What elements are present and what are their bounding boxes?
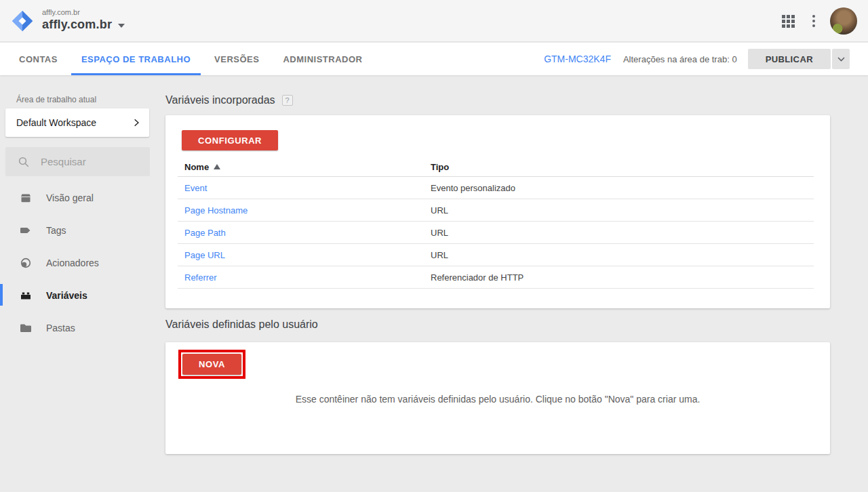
table-row: Page Path URL [178,222,814,244]
sidebar-item-label: Tags [46,225,66,236]
sidebar-item-label: Acionadores [46,258,99,268]
builtin-variables-table: Nome Tipo Event Evento personalizado Pag… [178,157,814,289]
sidebar: Área de trabalho atual Default Workspace… [0,75,160,492]
table-row: Event Evento personalizado [178,177,814,199]
publish-button[interactable]: PUBLICAR [748,49,831,69]
column-label: Nome [184,162,209,172]
configure-button[interactable]: CONFIGURAR [182,130,278,150]
variables-icon [19,289,33,302]
sort-asc-icon [214,164,220,169]
folder-icon [19,321,33,335]
column-header-tipo[interactable]: Tipo [431,162,814,172]
sidebar-nav: Visão geral Tags Acionadores Variáveis P… [0,182,160,344]
gtm-logo-icon [11,9,34,33]
column-header-nome[interactable]: Nome [178,162,431,172]
container-name: affly.com.br [42,18,112,32]
apps-grid-icon[interactable] [782,15,795,28]
sidebar-item-label: Pastas [46,323,75,333]
annotation-highlight-box: NOVA [178,350,245,379]
page-title: Variáveis incorporadas [165,94,275,106]
variable-link[interactable]: Page Hostname [184,205,248,216]
main-nav-tabbar: CONTAS ESPAÇO DE TRABALHO VERSÕES ADMINI… [0,43,868,75]
sidebar-item-pastas[interactable]: Pastas [0,312,160,344]
avatar[interactable] [830,7,857,35]
tab-espaco-de-trabalho[interactable]: ESPAÇO DE TRABALHO [81,43,191,75]
sidebar-item-variaveis[interactable]: Variáveis [0,279,160,312]
tabbar-right: GTM-MC32K4F Alterações na área de trab: … [544,43,850,75]
tab-administrador[interactable]: ADMINISTRADOR [283,43,362,75]
search-icon [18,156,30,168]
sidebar-search [5,147,150,176]
workspace-changes-count: Alterações na área de trab: 0 [623,54,737,64]
sidebar-item-acionadores[interactable]: Acionadores [0,247,160,279]
variable-type: URL [431,250,814,260]
variable-type: Evento personalizado [431,183,814,193]
more-menu-icon[interactable] [812,15,815,27]
variable-link[interactable]: Page URL [184,250,225,260]
sidebar-item-label: Variáveis [46,290,87,301]
triggers-icon [19,256,33,270]
table-row: Referrer Referenciador de HTTP [178,266,814,289]
new-variable-button[interactable]: NOVA [182,354,241,375]
empty-state-message: Esse contêiner não tem variáveis definid… [165,394,830,405]
table-row: Page URL URL [178,244,814,266]
tab-versoes[interactable]: VERSÕES [214,43,259,75]
main-content: Variáveis incorporadas ? CONFIGURAR Nome… [160,75,868,492]
container-selector[interactable]: affly.com.br [42,18,125,32]
builtin-variables-section: Variáveis incorporadas ? [165,94,293,106]
sidebar-item-tags[interactable]: Tags [0,214,160,247]
table-row: Page Hostname URL [178,199,814,222]
help-icon[interactable]: ? [282,95,293,106]
builtin-variables-card: CONFIGURAR Nome Tipo Event Evento person… [165,115,830,308]
publish-split-button: PUBLICAR [748,49,850,69]
variable-type: Referenciador de HTTP [431,272,814,283]
sidebar-item-label: Visão geral [46,192,94,203]
user-defined-variables-card: NOVA Esse contêiner não tem variáveis de… [165,342,830,454]
publish-dropdown-icon[interactable] [832,49,850,69]
app-header: affly.com.br affly.com.br [0,0,868,42]
user-defined-variables-section-title: Variáveis definidas pelo usuário [165,319,318,331]
workspace-selector[interactable]: Default Workspace [5,108,149,137]
table-header-row: Nome Tipo [178,157,814,177]
variable-type: URL [431,205,814,216]
nav-tabs: CONTAS ESPAÇO DE TRABALHO VERSÕES ADMINI… [0,43,386,75]
tag-icon [19,224,33,237]
variable-link[interactable]: Referrer [184,272,217,283]
header-actions [782,0,868,42]
search-input[interactable] [41,156,142,167]
workspace-name: Default Workspace [16,117,132,128]
workspace-section-label: Área de trabalho atual [16,95,96,104]
container-id-link[interactable]: GTM-MC32K4F [544,54,611,64]
variable-type: URL [431,228,814,238]
variable-link[interactable]: Event [184,183,207,193]
overview-icon [19,191,33,205]
chevron-right-icon [132,118,141,127]
tab-contas[interactable]: CONTAS [19,43,58,75]
caret-down-icon [118,24,125,28]
account-name: affly.com.br [42,8,80,16]
variable-link[interactable]: Page Path [184,228,226,238]
sidebar-item-visao-geral[interactable]: Visão geral [0,182,160,214]
